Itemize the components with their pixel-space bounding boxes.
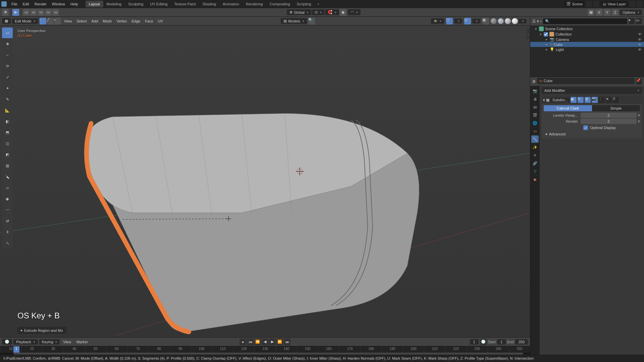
3d-viewport[interactable]: User Perspective (1) Cube ▭ ✥ ↔ ⟳ ⤢ ✦ ✎ … [0, 25, 530, 337]
menu-render[interactable]: Render [32, 2, 49, 6]
xray-toggle-button[interactable]: ▦ [482, 18, 489, 24]
tool-measure[interactable]: 📐 [2, 105, 13, 116]
tool-bevel[interactable]: ◩ [2, 149, 13, 160]
levels-render-field[interactable]: 2 [581, 119, 637, 124]
sidebar-collapse-handle[interactable]: ‹ [527, 29, 530, 39]
face-select-button[interactable]: ▪ [54, 18, 61, 24]
anim-decorator[interactable] [638, 114, 640, 116]
tab-viewlayer-props[interactable]: 🗂 [531, 103, 539, 111]
select-box-extend-button[interactable]: ▭ [30, 9, 37, 16]
select-box-intersect-button[interactable]: ▭ [52, 9, 59, 16]
tab-render-props[interactable]: 📷 [531, 87, 539, 95]
properties-editor-type-dropdown[interactable]: ⚙ [532, 79, 536, 84]
disclosure-icon[interactable]: ▸ [545, 42, 548, 47]
scene-new-button[interactable] [586, 1, 592, 7]
gizmo-toggle-button[interactable]: ⬡ [446, 18, 453, 24]
autokey-button[interactable]: ● [239, 339, 246, 345]
outliner-display-mode-dropdown[interactable]: ▾ [537, 19, 542, 23]
edge-select-button[interactable]: ╱ [47, 18, 54, 24]
visibility-icon[interactable]: 👁 [638, 43, 643, 47]
modifier-name-field[interactable]: Subdivi... [550, 98, 570, 102]
menu-window[interactable]: Window [49, 2, 68, 6]
mode-dropdown[interactable]: Edit Mode [12, 18, 38, 24]
tab-scene-props[interactable]: 🎬 [531, 111, 539, 119]
shading-rendered-button[interactable] [512, 18, 518, 24]
tab-material-props[interactable]: ◉ [531, 176, 539, 183]
select-box-new-button[interactable]: ▭ [23, 9, 30, 16]
jump-start-button[interactable]: ⏮ [247, 339, 254, 345]
tool-annotate[interactable]: ✎ [2, 94, 13, 105]
shading-wireframe-button[interactable] [491, 18, 497, 24]
tab-constraint-props[interactable]: 🔗 [531, 160, 539, 167]
outliner-filter-button[interactable]: ▾ [629, 18, 635, 24]
select-extend-button[interactable]: ▶ [12, 9, 19, 16]
outliner-item-light[interactable]: ▸ 💡 Light 👁 [530, 47, 644, 52]
timeline-marker-menu[interactable]: Marker [74, 340, 90, 344]
editor-type-dropdown[interactable]: ▦ [2, 18, 11, 24]
vertex-select-button[interactable]: ▫ [40, 18, 46, 24]
tool-move[interactable]: ↔ [2, 50, 13, 60]
tab-sculpting[interactable]: Sculpting [125, 1, 147, 7]
gizmo-dropdown[interactable] [454, 19, 462, 23]
disclosure-icon[interactable]: ▾ [534, 27, 538, 31]
menu-edit[interactable]: Edit [20, 2, 32, 6]
tab-world-props[interactable]: 🌐 [531, 119, 539, 127]
tab-object-props[interactable]: ▭ [531, 127, 539, 135]
end-frame-field[interactable]: 250 [515, 339, 528, 345]
subdiv-simple-button[interactable]: Simple [592, 105, 640, 111]
tool-knife[interactable]: 🔪 [2, 171, 13, 182]
add-modifier-dropdown[interactable]: Add Modifier [542, 87, 642, 94]
tool-polybuild[interactable]: ▱ [2, 182, 13, 193]
tab-rendering[interactable]: Rendering [243, 1, 266, 7]
tool-transform[interactable]: ✦ [2, 83, 13, 94]
levels-viewport-field[interactable]: 2 [581, 113, 637, 118]
jump-next-key-button[interactable]: ⏩ [276, 339, 283, 345]
outliner-collection[interactable]: ▾ Collection 👁 [530, 32, 644, 37]
viewlayer-new-button[interactable] [629, 1, 635, 7]
tab-modifier-props[interactable]: 🔧 [531, 135, 539, 143]
tool-rip[interactable]: ⤡ [2, 238, 13, 248]
add-workspace-button[interactable]: + [315, 1, 322, 7]
tool-inset[interactable]: ◫ [2, 138, 13, 149]
tab-modeling[interactable]: Modeling [103, 1, 125, 7]
tool-select-box[interactable]: ▭ [2, 27, 13, 38]
subdiv-catmull-button[interactable]: Catmull-Clark [544, 105, 592, 111]
outliner-item-cube[interactable]: ▸ ▽ Cube 👁 [530, 42, 644, 47]
timeline-scrollbar[interactable] [0, 353, 530, 355]
tab-mesh-props[interactable]: ▽ [531, 168, 539, 175]
collections-visibility-dropdown[interactable]: ▤ Models [281, 18, 307, 24]
mesh-automerge-button[interactable]: ▦ [588, 9, 594, 16]
transform-orientation-dropdown[interactable]: ⊕ Global [287, 9, 311, 15]
jump-end-button[interactable]: ⏭ [284, 339, 290, 345]
tab-physics-props[interactable]: ⚛ [531, 152, 539, 159]
mod-edit-mode-button[interactable]: ✎ [578, 97, 584, 103]
playback-dropdown[interactable]: Playback [13, 339, 38, 345]
select-box-subtract-button[interactable]: ▭ [38, 9, 44, 16]
start-frame-field[interactable]: 1 [497, 339, 506, 345]
outliner-item-camera[interactable]: ▸ 📷 Camera 👁 [530, 37, 644, 42]
select-box-invert-button[interactable]: ▭ [45, 9, 52, 16]
tool-cursor-icon[interactable]: ✥ [2, 9, 9, 16]
proportional-falloff-dropdown[interactable]: ◠ [348, 9, 361, 15]
timeline-view-menu[interactable]: View [61, 340, 73, 344]
tab-layout[interactable]: Layout [86, 1, 103, 7]
tool-smooth[interactable]: 〰 [2, 204, 13, 215]
select-menu[interactable]: Select [74, 19, 89, 23]
disclosure-icon[interactable]: ▸ [545, 37, 548, 42]
uv-menu[interactable]: UV [156, 19, 165, 23]
tab-output-props[interactable]: 🖨 [531, 95, 539, 103]
shading-solid-button[interactable] [498, 18, 504, 24]
tool-shrinkfatten[interactable]: ⇕ [2, 227, 13, 237]
tool-add-cube[interactable]: ◧ [2, 116, 13, 127]
overlays-dropdown[interactable] [472, 19, 480, 23]
tool-scale[interactable]: ⤢ [2, 72, 13, 82]
play-button[interactable]: ▶ [269, 339, 276, 345]
disclosure-icon[interactable]: ▾ [543, 98, 545, 102]
optimal-display-checkbox[interactable]: ✓ [583, 125, 588, 130]
tool-cursor[interactable]: ✥ [2, 39, 13, 49]
tab-animation[interactable]: Animation [219, 1, 243, 7]
pivot-dropdown[interactable]: ⊙ [312, 9, 324, 15]
proportional-edit-button[interactable]: ◉ [340, 9, 346, 16]
visibility-icon[interactable]: 👁 [638, 32, 643, 36]
tool-extrude[interactable]: ⬒ [2, 127, 13, 138]
